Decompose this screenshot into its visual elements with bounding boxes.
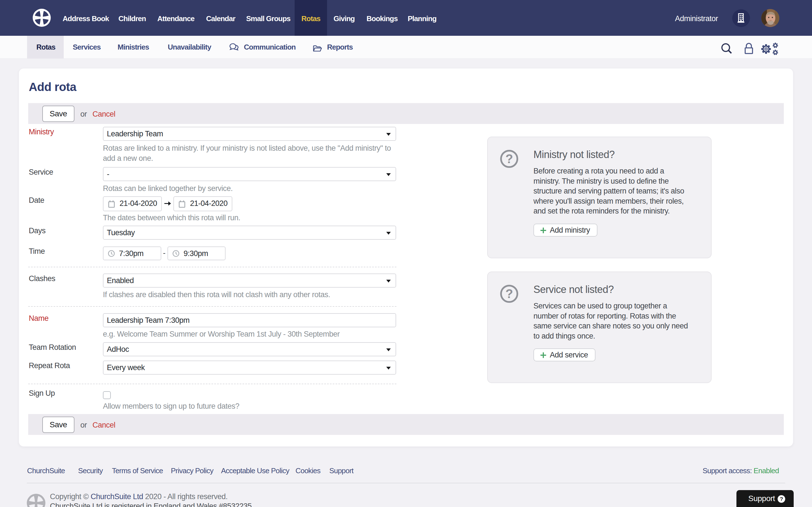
svg-text:?: ? (780, 496, 783, 502)
